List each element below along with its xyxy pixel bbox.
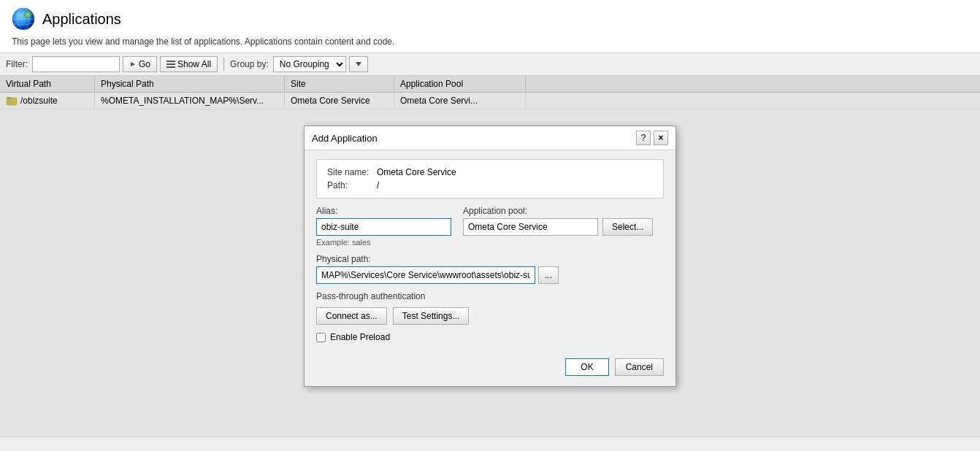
- connect-as-button[interactable]: Connect as...: [316, 307, 387, 325]
- modal-overlay: Add Application ? × Site name: Ometa Cor…: [0, 76, 980, 436]
- cancel-button[interactable]: Cancel: [615, 358, 664, 376]
- chevron-down-icon: [356, 62, 361, 66]
- show-all-button[interactable]: Show All: [160, 56, 218, 72]
- physical-path-group: Physical path: ...: [316, 254, 664, 284]
- group-by-dropdown-btn[interactable]: [349, 56, 368, 72]
- site-info-box: Site name: Ometa Core Service Path: /: [316, 159, 664, 198]
- physical-path-input[interactable]: [316, 266, 535, 284]
- filter-input[interactable]: [32, 56, 120, 72]
- modal-titlebar-buttons: ? ×: [636, 131, 668, 145]
- pass-through-label: Pass-through authentication: [316, 291, 664, 301]
- modal-footer: OK Cancel: [305, 351, 675, 386]
- table-icon: [166, 61, 175, 68]
- svg-rect-6: [166, 61, 175, 62]
- app-icon: [12, 7, 35, 31]
- modal-body: Site name: Ometa Core Service Path: / Al…: [305, 150, 675, 351]
- site-name-value: Ometa Core Service: [377, 167, 456, 177]
- test-settings-button[interactable]: Test Settings...: [393, 307, 470, 325]
- add-application-dialog: Add Application ? × Site name: Ometa Cor…: [304, 126, 676, 387]
- alias-apppool-row: Alias: Example: sales Application pool: …: [316, 206, 664, 247]
- ok-button[interactable]: OK: [565, 358, 608, 376]
- group-by-label: Group by:: [230, 59, 269, 69]
- path-value: /: [377, 180, 379, 190]
- filter-icon: [129, 61, 137, 68]
- alias-hint: Example: sales: [316, 238, 451, 247]
- pass-through-buttons: Connect as... Test Settings...: [316, 307, 664, 325]
- alias-label: Alias:: [316, 206, 451, 216]
- page-description: This page lets you view and manage the l…: [0, 35, 980, 53]
- svg-point-4: [26, 12, 30, 17]
- site-name-label: Site name:: [327, 167, 371, 177]
- path-row: Path: /: [327, 180, 653, 190]
- svg-marker-9: [356, 62, 361, 66]
- physical-path-row: ...: [316, 266, 664, 284]
- pass-through-section: Pass-through authentication Connect as..…: [316, 291, 664, 325]
- filter-label: Filter:: [6, 59, 28, 69]
- page-container: Applications This page lets you view and…: [0, 0, 980, 451]
- select-button[interactable]: Select...: [602, 218, 653, 236]
- app-pool-label: Application pool:: [463, 206, 653, 216]
- modal-close-button[interactable]: ×: [654, 131, 668, 145]
- app-pool-group: Application pool: Select...: [463, 206, 653, 236]
- toolbar-separator: [223, 58, 224, 71]
- modal-help-button[interactable]: ?: [636, 131, 651, 145]
- site-name-row: Site name: Ometa Core Service: [327, 167, 653, 177]
- modal-title: Add Application: [312, 133, 378, 144]
- svg-rect-8: [166, 66, 175, 68]
- physical-path-label: Physical path:: [316, 254, 664, 264]
- alias-group: Alias: Example: sales: [316, 206, 451, 247]
- status-bar: [0, 436, 980, 451]
- go-button[interactable]: Go: [123, 56, 157, 72]
- path-label: Path:: [327, 180, 371, 190]
- alias-input[interactable]: [316, 218, 451, 236]
- app-pool-input[interactable]: [463, 218, 598, 236]
- svg-rect-7: [166, 63, 175, 65]
- page-header: Applications: [0, 0, 980, 35]
- browse-button[interactable]: ...: [538, 266, 559, 284]
- svg-marker-5: [131, 62, 135, 66]
- enable-preload-label: Enable Preload: [330, 332, 390, 342]
- page-title: Applications: [42, 11, 121, 28]
- content-area: Virtual Path Physical Path Site Applicat…: [0, 76, 980, 436]
- modal-titlebar: Add Application ? ×: [305, 126, 675, 150]
- enable-preload-checkbox[interactable]: [316, 333, 326, 342]
- toolbar: Filter: Go Show All Group by: No Groupin…: [0, 53, 980, 76]
- group-by-select[interactable]: No Grouping: [273, 56, 346, 72]
- enable-preload-row: Enable Preload: [316, 332, 664, 342]
